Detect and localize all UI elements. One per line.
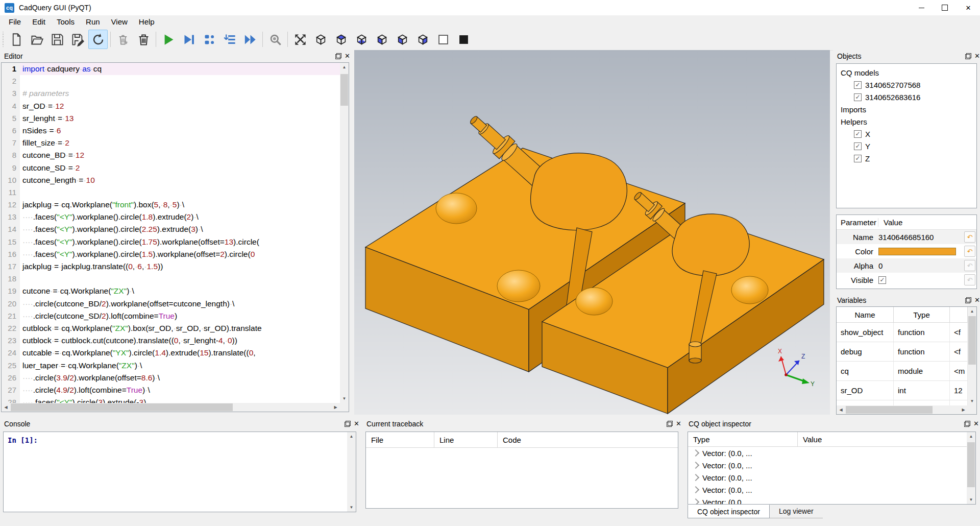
autoreload-button[interactable] — [88, 30, 108, 49]
iso-view-button[interactable] — [311, 30, 330, 49]
undo-icon[interactable]: ↶ — [964, 246, 975, 257]
render-button[interactable] — [159, 30, 178, 49]
scroll-right-icon[interactable]: ▶ — [331, 403, 340, 412]
tree-item[interactable]: ✓X — [841, 128, 976, 140]
variables-float-icon[interactable] — [965, 297, 971, 303]
menu-help[interactable]: Help — [133, 15, 160, 29]
toolbar-grip[interactable] — [2, 32, 5, 47]
console-panel[interactable]: In [1]: ▲ ▼ — [3, 432, 356, 512]
3d-viewport[interactable]: X Z Y — [354, 50, 830, 415]
open-file-button[interactable] — [27, 30, 46, 49]
console-vscrollbar[interactable]: ▲ ▼ — [347, 432, 356, 512]
inspector-vscrollbar[interactable]: ▲ ▼ — [967, 432, 975, 504]
console-close-icon[interactable]: ✕ — [354, 421, 359, 427]
scroll-down-icon[interactable]: ▼ — [968, 397, 976, 405]
menu-run[interactable]: Run — [80, 15, 106, 29]
top-view-button[interactable] — [331, 30, 351, 49]
expand-chevron-icon[interactable] — [692, 498, 699, 505]
editor-close-icon[interactable]: ✕ — [345, 53, 350, 59]
editor-float-icon[interactable] — [335, 53, 341, 59]
tree-item[interactable]: ✓Z — [841, 152, 976, 164]
expand-chevron-icon[interactable] — [692, 474, 699, 481]
objects-float-icon[interactable] — [965, 53, 971, 59]
bottom-view-button[interactable] — [352, 30, 371, 49]
menu-view[interactable]: View — [106, 15, 133, 29]
fit-view-button[interactable] — [290, 30, 310, 49]
visibility-checkbox[interactable]: ✓ — [854, 130, 862, 138]
visibility-checkbox[interactable]: ✓ — [854, 93, 862, 101]
variables-vscroll-thumb[interactable] — [968, 316, 976, 365]
save-as-button[interactable] — [68, 30, 87, 49]
minimize-button[interactable] — [910, 0, 933, 15]
parameter-row-name[interactable]: Name3140646685160↶ — [837, 230, 976, 244]
variables-hscroll-thumb[interactable] — [846, 406, 933, 414]
variables-vscrollbar[interactable]: ▲ ▼ — [968, 307, 976, 405]
menu-edit[interactable]: Edit — [27, 15, 51, 29]
variables-hscrollbar[interactable]: ◀ ▶ — [837, 405, 968, 414]
code-area[interactable]: 1import·cadquery·as·cq23# parameters4sr_… — [2, 63, 340, 403]
inspector-close-icon[interactable]: ✕ — [973, 421, 979, 427]
inspector-float-icon[interactable] — [964, 421, 970, 427]
debug-button[interactable] — [179, 30, 199, 49]
variable-row-sr_lenght[interactable]: sr_lenghtint13 — [837, 400, 968, 405]
expand-chevron-icon[interactable] — [692, 462, 699, 469]
parameter-value[interactable]: 3140646685160 — [878, 233, 964, 242]
tree-group-imports[interactable]: Imports — [841, 103, 976, 115]
tree-item[interactable]: ✓3140652707568 — [841, 79, 976, 91]
editor-vscroll-thumb[interactable] — [340, 74, 348, 106]
close-button[interactable]: ✕ — [957, 0, 980, 15]
parameter-row-color[interactable]: Color↶ — [837, 244, 976, 258]
color-swatch[interactable] — [878, 248, 956, 255]
expand-chevron-icon[interactable] — [692, 449, 699, 457]
parameter-value[interactable]: 0 — [878, 261, 964, 270]
inspector-row[interactable]: Vector: (0.0, ... — [688, 496, 975, 505]
console-float-icon[interactable] — [345, 421, 351, 427]
menu-tools[interactable]: Tools — [51, 15, 80, 29]
scroll-down-icon[interactable]: ▼ — [340, 394, 349, 403]
tree-item[interactable]: ✓3140652683616 — [841, 91, 976, 103]
wireframe-mode-button[interactable] — [433, 30, 453, 49]
menu-file[interactable]: File — [3, 15, 27, 29]
scroll-left-icon[interactable]: ◀ — [837, 405, 845, 414]
maximize-button[interactable] — [933, 0, 957, 15]
code-editor[interactable]: 1import·cadquery·as·cq23# parameters4sr_… — [1, 62, 349, 412]
scroll-down-icon[interactable]: ▼ — [347, 503, 356, 512]
continue-button[interactable] — [240, 30, 260, 49]
new-file-button[interactable] — [7, 30, 26, 49]
scroll-up-icon[interactable]: ▲ — [340, 63, 349, 71]
visibility-checkbox[interactable]: ✓ — [854, 81, 862, 89]
scroll-up-icon[interactable]: ▲ — [347, 432, 356, 441]
visibility-checkbox[interactable]: ✓ — [854, 155, 862, 162]
parameter-row-alpha[interactable]: Alpha0↶ — [837, 258, 976, 273]
inspector-row[interactable]: Vector: (0.0, ... — [688, 447, 975, 459]
step-into-button[interactable] — [220, 30, 239, 49]
traceback-close-icon[interactable]: ✕ — [676, 421, 681, 427]
tree-group-helpers[interactable]: Helpers — [841, 115, 976, 128]
variables-close-icon[interactable]: ✕ — [974, 297, 980, 303]
parameter-value[interactable]: ✓ — [878, 276, 964, 284]
parameter-value[interactable] — [878, 248, 964, 255]
variable-row-debug[interactable]: debugfunction<f — [837, 342, 968, 362]
left-view-button[interactable] — [372, 30, 391, 49]
scroll-right-icon[interactable]: ▶ — [959, 405, 968, 414]
tree-item[interactable]: ✓Y — [841, 140, 976, 152]
shaded-mode-button[interactable] — [454, 30, 473, 49]
expand-chevron-icon[interactable] — [692, 486, 699, 493]
visible-checkbox[interactable]: ✓ — [878, 276, 886, 284]
inspector-row[interactable]: Vector: (0.0, ... — [688, 471, 975, 484]
inspector-vscroll-thumb[interactable] — [967, 442, 975, 487]
delete-object-button[interactable] — [134, 30, 153, 49]
save-file-button[interactable] — [47, 30, 67, 49]
front-view-button[interactable] — [393, 30, 412, 49]
inspector-row[interactable]: Vector: (0.0, ... — [688, 484, 975, 496]
visibility-checkbox[interactable]: ✓ — [854, 142, 862, 150]
editor-vscrollbar[interactable]: ▲ ▼ — [340, 63, 349, 403]
parameter-row-visible[interactable]: Visible✓↶ — [837, 273, 976, 287]
tab-cq-object-inspector[interactable]: CQ object inspector — [688, 505, 770, 518]
inspector-row[interactable]: Vector: (0.0, ... — [688, 459, 975, 471]
scroll-down-icon[interactable]: ▼ — [967, 495, 975, 504]
scroll-up-icon[interactable]: ▲ — [968, 307, 976, 316]
scroll-left-icon[interactable]: ◀ — [2, 403, 10, 412]
traceback-float-icon[interactable] — [667, 421, 673, 427]
undo-icon[interactable]: ↶ — [964, 231, 975, 243]
